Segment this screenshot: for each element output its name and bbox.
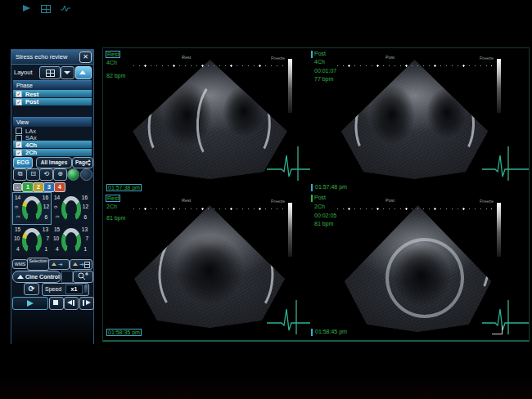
freeze-label: Freeze	[480, 56, 494, 61]
heart-rate: 82 bpm	[106, 73, 125, 78]
phase-section-header: Phase	[13, 80, 92, 90]
rotate-tool-button[interactable]: ⟲	[39, 168, 53, 181]
layout-label: Layout	[14, 69, 33, 76]
timestamp-post-4ch: 01:57:48 pm	[315, 184, 347, 190]
mini-phase-label: Rest	[182, 55, 191, 60]
timestamp-rest-4ch: 01:57:38 pm	[106, 184, 142, 191]
bullseye-icon[interactable]	[80, 168, 92, 181]
view-item-2ch[interactable]: 2Ch	[13, 149, 92, 156]
speed-control[interactable]: Speed x1	[42, 283, 89, 296]
wms-row: WMS Selection ➔ ➔	[11, 258, 93, 270]
bullseye-2ch-rest[interactable]: 15 13 10 7 4 1	[13, 225, 51, 256]
score-button-row: - 1 2 3 4	[11, 182, 93, 191]
phase-label: Post	[314, 51, 326, 56]
quadrant-post-4ch[interactable]: Post 4Ch 00:01:07 77 bpm Post Freeze	[310, 48, 529, 182]
crosshair-tool-button[interactable]: ⊕	[53, 168, 67, 181]
loop-button[interactable]: ⟳	[24, 283, 39, 295]
layout-row: Layout	[11, 65, 93, 79]
score-minus-button[interactable]: -	[13, 183, 22, 191]
chevron-down-icon	[64, 71, 70, 74]
preview-tool-button[interactable]: ⊡	[26, 168, 40, 181]
view-label: 4Ch	[106, 60, 117, 65]
layout-grid-button[interactable]	[39, 66, 61, 79]
view-item-4ch[interactable]: 4Ch	[13, 141, 92, 148]
step-back-button[interactable]	[64, 297, 79, 310]
zoom-plus-button[interactable]	[73, 271, 93, 283]
waveform-icon	[61, 4, 70, 12]
page-button[interactable]: Page	[72, 157, 93, 168]
score-2-button[interactable]: 2	[33, 182, 44, 192]
phase-item-post[interactable]: Post	[13, 98, 92, 105]
ecg-trace	[480, 145, 529, 182]
grayscale-bar	[497, 203, 501, 257]
stop-button[interactable]	[49, 297, 64, 310]
panel-title-bar[interactable]: Stress echo review ✕	[11, 50, 93, 65]
export-delete-button[interactable]: ➔	[70, 259, 92, 270]
spinner-icon[interactable]	[88, 159, 91, 166]
arrow-right-icon: ➔	[79, 262, 84, 267]
freeze-label: Freeze	[271, 56, 285, 61]
phase-item-rest[interactable]: Rest	[13, 90, 92, 97]
close-icon[interactable]: ✕	[79, 52, 92, 63]
phase-indicator-bar	[311, 51, 313, 58]
bullseye-active-icon[interactable]	[67, 168, 79, 181]
ecg-button[interactable]: ECG	[13, 157, 33, 168]
speed-scrollbar[interactable]	[84, 285, 88, 293]
quadrant-post-2ch[interactable]: Post 2Ch 00:02:05 81 bpm Post Freeze	[310, 182, 529, 340]
view-item-sax[interactable]: SAx	[13, 134, 92, 141]
bullseye-2ch-post[interactable]: 15 13 10 7 4 1	[52, 225, 90, 256]
segment-ring[interactable]	[61, 228, 81, 253]
phase-label: Post	[314, 195, 326, 200]
segment-ring[interactable]	[22, 228, 42, 253]
view-label: 2Ch	[314, 204, 325, 209]
score-1-button[interactable]: 1	[22, 182, 34, 192]
freeze-label: Freeze	[271, 199, 285, 204]
phase-indicator-bar	[311, 195, 313, 202]
wall-arc	[405, 63, 483, 168]
depth-ruler	[131, 65, 286, 67]
ecg-trace	[265, 145, 310, 182]
triangle-up-icon	[79, 70, 86, 74]
play-button[interactable]	[12, 297, 48, 310]
bullseye-4ch-rest[interactable]: 14 16 9 12 3 6	[13, 193, 51, 224]
heart-rate: 81 bpm	[314, 221, 333, 226]
mini-phase-label: Rest	[182, 198, 191, 203]
cine-control-header[interactable]: Cine Control	[12, 271, 61, 283]
speed-value[interactable]: x1	[65, 285, 83, 294]
triangle-icon	[52, 262, 56, 266]
bullseye-4ch-post[interactable]: 14 16 9 12 3 6	[52, 193, 90, 224]
export-button[interactable]: ➔	[48, 259, 70, 270]
phase-label: Rest	[106, 51, 120, 58]
selection-button[interactable]: Selection	[27, 258, 49, 271]
segment-ring[interactable]	[61, 196, 81, 221]
screen-top-icons	[23, 4, 88, 14]
checkbox[interactable]	[16, 99, 22, 105]
collapse-panel-button[interactable]	[75, 66, 92, 79]
crosshair-icon: ⊕	[57, 170, 63, 177]
wms-button[interactable]: WMS	[12, 259, 28, 269]
loop-icon: ⟳	[29, 285, 35, 293]
step-forward-button[interactable]	[79, 297, 94, 310]
triangle-icon	[73, 262, 78, 266]
grayscale-bar	[288, 59, 292, 113]
bin-icon	[84, 262, 90, 268]
quadrant-rest-2ch[interactable]: Rest 2Ch 81 bpm Rest Freeze	[103, 182, 310, 340]
cine-value-box	[61, 271, 73, 283]
grayscale-bar	[288, 203, 292, 257]
checkbox[interactable]	[16, 141, 22, 148]
freeze-label: Freeze	[480, 199, 494, 204]
layout-dropdown-button[interactable]	[61, 66, 74, 79]
depth-ruler	[335, 208, 492, 210]
segment-ring[interactable]	[22, 196, 42, 221]
quadrant-rest-4ch[interactable]: Rest 4Ch 82 bpm Rest Freeze	[103, 48, 310, 182]
score-4-button[interactable]: 4	[54, 182, 65, 192]
select-image-tool-button[interactable]: ⧉	[13, 168, 27, 181]
timestamp-post-2ch: 01:58:45 pm	[315, 329, 347, 334]
timestamp-indicator-bar	[311, 184, 313, 191]
timestamp-rest-2ch: 01:58:35 pm	[106, 329, 142, 336]
view-item-lax[interactable]: LAx	[13, 127, 92, 133]
score-3-button[interactable]: 3	[43, 182, 55, 192]
checkbox[interactable]	[16, 150, 22, 156]
all-images-button[interactable]: All Images	[36, 157, 72, 168]
checkbox[interactable]	[16, 91, 22, 97]
